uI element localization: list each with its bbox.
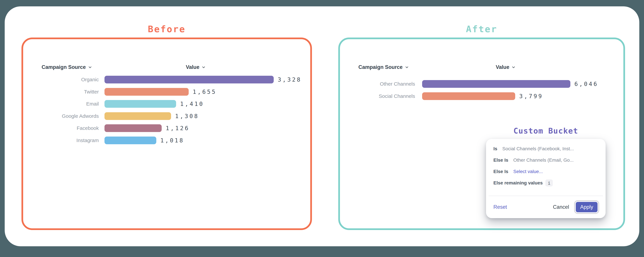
condition-value[interactable]: Other Channels (Email, Go...	[513, 158, 574, 163]
value-label: 1,018	[160, 137, 184, 144]
table-row: Facebook 1,126	[22, 122, 312, 134]
bar[interactable]	[422, 92, 515, 100]
bar[interactable]	[104, 100, 176, 108]
value-label: 3,799	[519, 93, 543, 99]
after-title: After	[338, 24, 625, 34]
value-label: 6,046	[574, 81, 598, 87]
after-campaign-source-header[interactable]: Campaign Source	[358, 63, 409, 71]
category-label: Other Channels	[338, 81, 415, 87]
before-after-comparison: Before After Campaign Source Value Campa…	[0, 0, 644, 257]
column-header-label: Value	[186, 64, 200, 70]
value-label: 1,308	[175, 113, 199, 119]
before-bar-table: Organic 3,328 Twitter 1,655 Email 1,410 …	[22, 73, 312, 146]
custom-bucket-popup: Is Social Channels (Facebook, Inst... El…	[486, 139, 606, 218]
chevron-down-icon	[405, 65, 409, 69]
before-value-header[interactable]: Value	[186, 63, 206, 71]
category-label: Organic	[22, 77, 99, 82]
bar[interactable]	[104, 137, 156, 144]
table-row: Social Channels 3,799	[338, 90, 625, 102]
bar[interactable]	[422, 80, 570, 88]
condition-keyword: Is	[494, 146, 497, 151]
condition-keyword: Else Is	[494, 158, 508, 163]
canvas-card: Before After Campaign Source Value Campa…	[5, 6, 639, 246]
after-bar-table: Other Channels 6,046 Social Channels 3,7…	[338, 78, 625, 102]
table-row: Instagram 1,018	[22, 134, 312, 147]
table-row: Other Channels 6,046	[338, 78, 625, 90]
table-row: Google Adwords 1,308	[22, 110, 312, 122]
bar[interactable]	[104, 112, 171, 120]
column-header-label: Campaign Source	[358, 64, 403, 70]
apply-button[interactable]: Apply	[576, 202, 598, 212]
condition-value[interactable]: Social Channels (Facebook, Inst...	[502, 146, 574, 151]
condition-keyword: Else Is	[494, 169, 508, 174]
bucket-condition-row: Is Social Channels (Facebook, Inst...	[494, 143, 600, 154]
value-label: 3,328	[278, 76, 302, 83]
info-icon[interactable]: i	[546, 179, 553, 187]
table-row: Organic 3,328	[22, 73, 312, 86]
popup-footer: Reset Cancel Apply	[494, 196, 599, 218]
before-title: Before	[22, 24, 312, 34]
value-label: 1,126	[166, 125, 190, 132]
value-label: 1,410	[180, 100, 204, 107]
category-label: Twitter	[22, 89, 99, 95]
value-label: 1,655	[193, 88, 216, 95]
category-label: Instagram	[22, 138, 99, 143]
chevron-down-icon	[511, 65, 516, 69]
chevron-down-icon	[88, 65, 92, 69]
column-header-label: Value	[496, 64, 509, 70]
after-value-header[interactable]: Value	[496, 63, 516, 71]
bucket-condition-row: Else Is Other Channels (Email, Go...	[494, 154, 600, 166]
custom-bucket-title: Custom Bucket	[486, 126, 606, 135]
condition-value[interactable]: Select value...	[513, 169, 543, 174]
table-row: Twitter 1,655	[22, 86, 312, 98]
category-label: Facebook	[22, 125, 99, 131]
bucket-condition-row: Else Is Select value...	[494, 166, 600, 177]
before-campaign-source-header[interactable]: Campaign Source	[42, 63, 92, 71]
chevron-down-icon	[202, 65, 206, 69]
category-label: Google Adwords	[22, 113, 99, 119]
reset-button[interactable]: Reset	[494, 204, 507, 210]
bar[interactable]	[104, 88, 189, 96]
category-label: Email	[22, 101, 99, 107]
bar[interactable]	[104, 124, 162, 132]
condition-keyword: Else remaining values	[494, 180, 543, 186]
bar[interactable]	[104, 76, 274, 83]
bucket-conditions: Is Social Channels (Facebook, Inst... El…	[494, 143, 600, 189]
cancel-button[interactable]: Cancel	[553, 204, 569, 210]
column-header-label: Campaign Source	[42, 64, 86, 70]
bucket-condition-row: Else remaining values i	[494, 177, 600, 189]
table-row: Email 1,410	[22, 98, 312, 110]
category-label: Social Channels	[338, 93, 415, 99]
